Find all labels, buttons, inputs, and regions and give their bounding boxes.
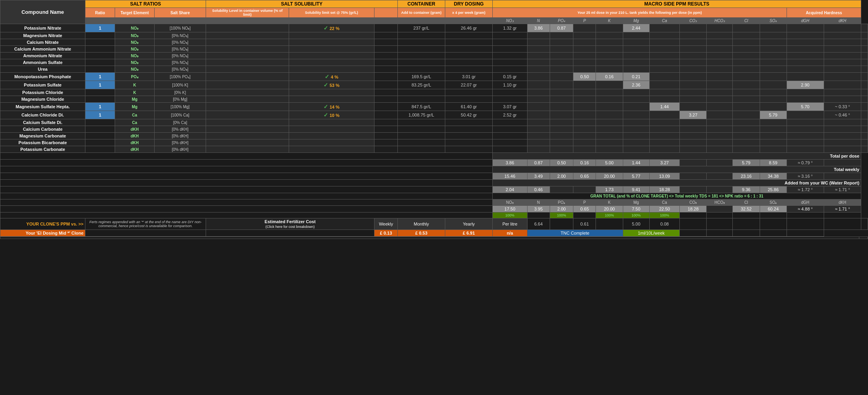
dgh-cell: ~ 0.46 °	[824, 111, 861, 119]
salt-share-cell[interactable]: [0% dKH]	[155, 146, 206, 153]
salt-share-cell[interactable]: [0% Ca]	[155, 119, 206, 126]
ppm-p-cell	[596, 66, 623, 73]
ppm-k-cell	[623, 39, 649, 46]
salt-share-cell[interactable]: [0% dKH]	[155, 139, 206, 146]
ppm-n-cell	[550, 32, 573, 39]
table-row: Potassium Nitrate1NO₃[100% NO₃]✓ 22 %237…	[0, 24, 868, 32]
clone-ppm-val-8	[733, 218, 760, 230]
salt-share-cell[interactable]: [0% Mg]	[155, 96, 206, 103]
check-icon: ✓	[323, 25, 328, 31]
salt-share-cell[interactable]: [0% NO₃]	[155, 39, 206, 46]
ppm-no3-cell	[527, 66, 550, 73]
gran-pct-12	[824, 213, 861, 218]
ppm-po4-cell	[573, 139, 596, 146]
salt-share-cell[interactable]: [0% NO₃]	[155, 46, 206, 53]
ppm-po4-cell	[573, 59, 596, 66]
ratio-cell[interactable]: 1	[85, 111, 115, 119]
orange-row-empty-1	[707, 230, 733, 237]
ppm-hco3-cell	[733, 66, 760, 73]
ppm-cl-cell	[760, 46, 787, 53]
ratio-cell	[85, 66, 115, 73]
cl-col: Cl	[733, 18, 760, 24]
ratio-cell[interactable]: 1	[85, 24, 115, 32]
target-element-cell: dKH	[115, 133, 155, 139]
gran-pct-7	[680, 213, 707, 218]
gran-value-7: 18.28	[680, 206, 707, 213]
ppm-po4-cell	[573, 53, 596, 59]
orange-row-empty-0	[680, 230, 707, 237]
dkh-cell	[861, 139, 868, 146]
sol-pct-value: 14 %	[329, 105, 339, 109]
ratio-cell[interactable]: 1	[85, 73, 115, 81]
ppm-po4-cell	[573, 66, 596, 73]
wc-label-row: Added from your WC (Water Report)	[0, 180, 868, 186]
sol-level-cell	[206, 66, 289, 73]
gran-header-hco3: HCO₃	[707, 199, 733, 206]
ppm-po4-cell	[573, 111, 596, 119]
table-row: Potassium Sulfate1K[100% K]✓ 53 %83.25 g…	[0, 81, 868, 89]
ppm-mg-cell: 1.44	[649, 103, 680, 111]
salt-share-cell[interactable]: [100% Mg]	[155, 103, 206, 111]
ppm-co3-cell	[707, 119, 733, 126]
salt-share-cell[interactable]: [0% NO₃]	[155, 32, 206, 39]
x4-week-cell	[493, 53, 528, 59]
dose-info-subheader: Your 25 ml dose in your 210 L. tank yiel…	[493, 8, 787, 18]
ppm-n-cell	[550, 126, 573, 133]
ratio-cell	[85, 133, 115, 139]
ppm-n-cell	[550, 139, 573, 146]
co3-col: CO₃	[680, 18, 707, 24]
salt-share-cell[interactable]: [100% K]	[155, 81, 206, 89]
dgh-cell	[824, 73, 861, 81]
gran-header-empty	[0, 199, 493, 206]
note-empty	[85, 230, 206, 237]
ppm-cl-cell	[760, 81, 787, 89]
sol-level-cell	[206, 139, 289, 146]
sol-limit-cell: 237 gr/L	[398, 24, 445, 32]
total-cl-cell: 23.16	[733, 173, 760, 180]
check-cell	[374, 103, 398, 111]
ppm-p-cell	[596, 81, 623, 89]
clone-ppm-val-7	[707, 218, 733, 230]
compound-name-cell: Potassium Sulfate	[0, 81, 85, 89]
ppm-n-cell	[550, 46, 573, 53]
target-element-cell: NO₃	[115, 24, 155, 32]
ppm-cl-cell	[760, 133, 787, 139]
salt-share-cell[interactable]: [100% NO₃]	[155, 24, 206, 32]
ppm-k-cell	[623, 59, 649, 66]
ppm-ca-cell	[680, 24, 707, 32]
total-hco3-cell	[707, 173, 733, 180]
total-n-cell: 3.49	[527, 173, 550, 180]
ppm-n-cell	[550, 96, 573, 103]
target-element-cell: K	[115, 81, 155, 89]
total-n-cell: 0.46	[527, 186, 550, 193]
salt-share-cell[interactable]: [0% dKH]	[155, 126, 206, 133]
salt-share-cell[interactable]: [0% dKH]	[155, 133, 206, 139]
ppm-k-cell	[623, 119, 649, 126]
salt-share-cell[interactable]: [0% NO₃]	[155, 59, 206, 66]
salt-share-cell[interactable]: [0% NO₃]	[155, 53, 206, 59]
dgh-cell	[824, 66, 861, 73]
ppm-so4-cell	[787, 119, 824, 126]
dgh-cell	[824, 59, 861, 66]
salt-share-cell[interactable]: [0% K]	[155, 89, 206, 96]
x4-week-cell	[493, 96, 528, 103]
dkh-cell	[861, 146, 868, 153]
ratio-cell[interactable]: 1	[85, 81, 115, 89]
ppm-co3-cell	[707, 39, 733, 46]
hco3-col: HCO₃	[707, 18, 733, 24]
check-cell	[374, 146, 398, 153]
ppm-no3-cell	[527, 32, 550, 39]
salt-share-cell[interactable]: [100% Ca]	[155, 111, 206, 119]
target-element-cell: NO₃	[115, 39, 155, 46]
ratio-cell[interactable]: 1	[85, 103, 115, 111]
salt-share-cell[interactable]: [100% PO₄]	[155, 73, 206, 81]
target-element-cell: NO₃	[115, 66, 155, 73]
clone-ppm-val-9	[760, 218, 787, 230]
ppm-ca-cell	[680, 46, 707, 53]
estimated-cost-cell[interactable]: Estimated Fertilizer Cost(Click here for…	[206, 218, 374, 230]
x4-week-cell: 0.15 gr	[493, 73, 528, 81]
compound-name-cell: Magnesium Carbonate	[0, 133, 85, 139]
sol-limit-cell: 1,008.75 gr/L	[398, 111, 445, 119]
salt-share-cell[interactable]: [0% NO₃]	[155, 66, 206, 73]
compound-name-cell: Calcium Chloride Di.	[0, 111, 85, 119]
